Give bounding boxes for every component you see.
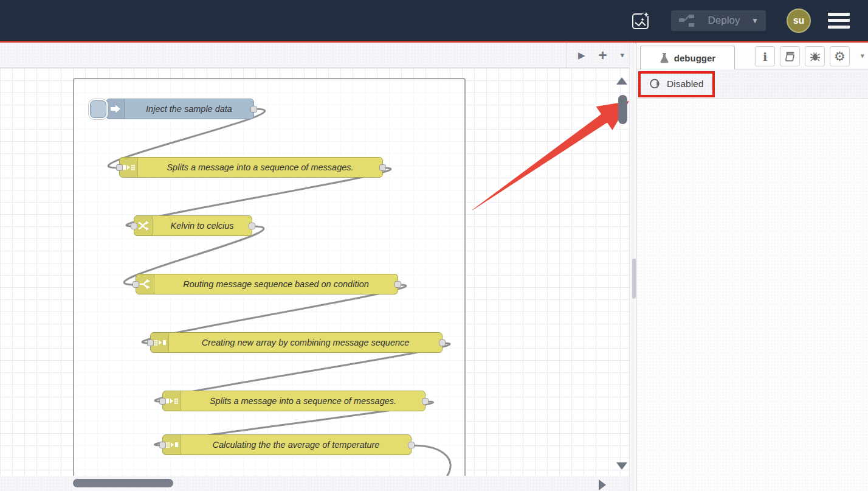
- tabbar-controls: ▶ + ▾: [567, 43, 624, 68]
- input-port[interactable]: [133, 281, 139, 288]
- deploy-button[interactable]: Deploy ▼: [671, 10, 766, 31]
- vertical-scrollbar-thumb[interactable]: [618, 95, 627, 124]
- sidebar-icon-buttons: i: [755, 46, 850, 66]
- sidebar: debugger i: [636, 43, 868, 491]
- scroll-down-icon[interactable]: [616, 462, 627, 470]
- node-label: Routing message sequence based on condit…: [154, 279, 398, 289]
- splitter-gutter[interactable]: [629, 43, 636, 491]
- inject-trigger-button[interactable]: [90, 100, 106, 118]
- input-port[interactable]: [116, 164, 123, 171]
- info-button[interactable]: i: [755, 46, 775, 66]
- debug-bug-button[interactable]: [805, 46, 825, 66]
- settings-button[interactable]: ⚙: [830, 46, 850, 66]
- flow-canvas[interactable]: Inject the sample data Splits a message …: [0, 68, 629, 476]
- sidebar-chevron-down-icon[interactable]: ▾: [860, 51, 864, 60]
- help-book-button[interactable]: [780, 46, 800, 66]
- user-avatar[interactable]: su: [787, 9, 811, 33]
- workspace: ▶ + ▾: [0, 43, 868, 491]
- canvas-column: ▶ + ▾: [0, 43, 629, 491]
- disabled-label: Disabled: [667, 78, 703, 89]
- node-split-2[interactable]: Splits a message into a sequence of mess…: [162, 391, 425, 411]
- output-port[interactable]: [439, 340, 446, 346]
- node-label: Inject the sample data: [125, 104, 253, 114]
- disabled-toggle-button[interactable]: Disabled: [650, 78, 703, 89]
- gear-icon: ⚙: [834, 50, 846, 63]
- node-inject[interactable]: Inject the sample data: [106, 99, 254, 119]
- node-label: Splits a message into a sequence of mess…: [181, 396, 425, 406]
- node-label: Creating new array by combining message …: [169, 338, 442, 347]
- output-port[interactable]: [394, 281, 401, 288]
- scroll-up-icon[interactable]: [616, 77, 627, 85]
- output-port[interactable]: [422, 398, 429, 405]
- inject-arrow-icon: [106, 99, 125, 119]
- gutter-scroll-track[interactable]: [631, 43, 635, 491]
- toggle-icon: [650, 78, 661, 89]
- bug-icon: [810, 51, 821, 62]
- sidebar-tab-bar: debugger i: [636, 43, 868, 69]
- output-port[interactable]: [379, 164, 386, 171]
- scroll-right-icon[interactable]: ▶: [578, 50, 585, 61]
- debug-toolbar: Disabled: [636, 69, 868, 99]
- debug-panel-body: [636, 99, 868, 491]
- tab-debugger-label: debugger: [674, 53, 715, 63]
- flow-tab-bar[interactable]: ▶ + ▾: [0, 43, 629, 68]
- horizontal-scrollbar[interactable]: [0, 476, 629, 491]
- horizontal-scrollbar-thumb[interactable]: [73, 479, 173, 487]
- scroll-right-arrow-icon[interactable]: [599, 479, 606, 490]
- node-switch[interactable]: Routing message sequence based on condit…: [136, 274, 398, 294]
- deploy-label: Deploy: [703, 15, 745, 27]
- avatar-initials: su: [793, 15, 805, 26]
- list-chevron-icon[interactable]: ▾: [620, 50, 624, 60]
- book-icon: [785, 51, 796, 62]
- input-port[interactable]: [147, 340, 154, 346]
- app-header: Deploy ▼ su: [0, 0, 868, 41]
- output-port[interactable]: [408, 442, 415, 448]
- flask-icon: [660, 53, 669, 63]
- input-port[interactable]: [131, 223, 137, 229]
- tab-debugger[interactable]: debugger: [640, 46, 735, 69]
- hamburger-menu-icon[interactable]: [828, 13, 850, 29]
- node-join-2[interactable]: Calculating the the average of temperatu…: [162, 434, 412, 455]
- toolbar-separator: [712, 77, 712, 91]
- output-port[interactable]: [249, 223, 255, 229]
- node-label: Splits a message into a sequence of mess…: [138, 162, 382, 172]
- node-change[interactable]: Kelvin to celcius: [134, 215, 252, 236]
- add-flow-icon[interactable]: +: [598, 47, 607, 64]
- input-port[interactable]: [159, 398, 166, 405]
- input-port[interactable]: [159, 442, 166, 448]
- deploy-nodes-icon: [678, 13, 697, 28]
- node-label: Kelvin to celcius: [153, 221, 252, 231]
- node-join-1[interactable]: Creating new array by combining message …: [150, 332, 443, 353]
- output-port[interactable]: [250, 106, 257, 113]
- deploy-chevron-down-icon[interactable]: ▼: [751, 16, 759, 25]
- info-icon: i: [763, 50, 767, 63]
- node-split-1[interactable]: Splits a message into a sequence of mess…: [119, 157, 383, 178]
- flow-ai-icon[interactable]: [629, 9, 653, 33]
- node-label: Calculating the the average of temperatu…: [181, 440, 411, 450]
